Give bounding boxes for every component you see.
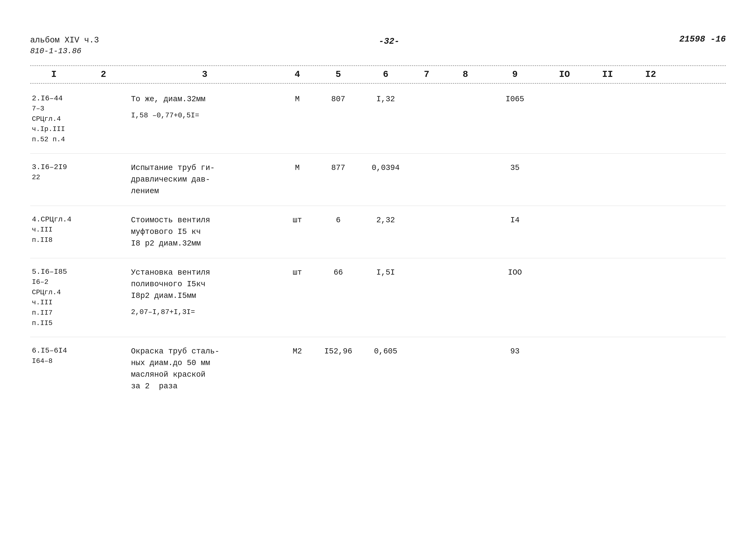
row3-col5: 877: [314, 162, 362, 174]
row2-col4: М: [280, 94, 314, 105]
row2-col9: I065: [487, 94, 543, 105]
row4-col9: I4: [487, 214, 543, 226]
col-header-8: 8: [444, 70, 487, 80]
main-table: I 2 3 4 5 6 7 8 9 IO II I2 2.I6–44 7–3СР…: [30, 66, 726, 401]
header-left: альбом XIV ч.3 810-1-13.86: [30, 35, 99, 57]
row6-col1: 6.I5–6I4 I64–8: [30, 346, 77, 366]
col-header-12: I2: [629, 70, 672, 80]
col-header-9: 9: [487, 70, 543, 80]
row2-col3: То же, диам.32мм I,58 –0,77+0,5I=: [129, 94, 280, 121]
row4-col4: шт: [280, 214, 314, 226]
row3-col6: 0,0394: [362, 162, 409, 174]
header-code: 810-1-13.86: [30, 46, 99, 57]
row6-col4: М2: [280, 346, 314, 357]
row6-col5: I52,96: [314, 346, 362, 357]
row4-col1: 4.СРЦгл.4 ч.IIIп.II8: [30, 214, 77, 245]
bottom-dashed-line: [30, 83, 726, 84]
row5-col4: шт: [280, 267, 314, 278]
col-header-2: 2: [77, 70, 129, 80]
table-row: 2.I6–44 7–3СРЦгл.4ч.Iр.IIIп.52 п.4 То же…: [30, 85, 726, 154]
col-header-3: 3: [129, 70, 280, 80]
row4-col6: 2,32: [362, 214, 409, 226]
table-row: 6.I5–6I4 I64–8 Окраска труб сталь- ных д…: [30, 337, 726, 401]
row2-col5: 807: [314, 94, 362, 105]
col-header-7: 7: [409, 70, 444, 80]
col-header-10: IO: [543, 70, 586, 80]
row4-col3: Стоимость вентиля муфтового I5 кч I8 р2 …: [129, 214, 280, 249]
header: альбом XIV ч.3 810-1-13.86 -32- 21598 -1…: [30, 35, 726, 57]
page: альбом XIV ч.3 810-1-13.86 -32- 21598 -1…: [0, 0, 756, 535]
top-dashed-line: [30, 66, 726, 66]
row5-col1: 5.I6–I85 I6–2СРЦгл.4ч.IIIп.II7п.II5: [30, 267, 77, 328]
col-header-5: 5: [314, 70, 362, 80]
row5-col6: I,5I: [362, 267, 409, 278]
row6-col6: 0,605: [362, 346, 409, 357]
row6-col9: 93: [487, 346, 543, 357]
row6-col3: Окраска труб сталь- ных диам.до 50 мм ма…: [129, 346, 280, 392]
row3-col1: 3.I6–2I9 22: [30, 162, 77, 183]
col-header-11: II: [586, 70, 629, 80]
table-row: 4.СРЦгл.4 ч.IIIп.II8 Стоимость вентиля м…: [30, 206, 726, 258]
row2-col6: I,32: [362, 94, 409, 105]
header-page-number: -32-: [99, 35, 679, 46]
column-headers-row: I 2 3 4 5 6 7 8 9 IO II I2: [30, 67, 726, 82]
header-doc-number: 21598 -16: [679, 35, 726, 44]
table-row: 5.I6–I85 I6–2СРЦгл.4ч.IIIп.II7п.II5 Уста…: [30, 258, 726, 337]
table-row: 3.I6–2I9 22 Испытание труб ги- дравличес…: [30, 154, 726, 206]
row4-col5: 6: [314, 214, 362, 226]
row5-col3: Установка вентиля поливочного I5кч I8р2 …: [129, 267, 280, 318]
row5-col5: 66: [314, 267, 362, 278]
row5-col9: IOO: [487, 267, 543, 278]
col-header-6: 6: [362, 70, 409, 80]
col-header-4: 4: [280, 70, 314, 80]
row3-col9: 35: [487, 162, 543, 174]
row2-col1: 2.I6–44 7–3СРЦгл.4ч.Iр.IIIп.52 п.4: [30, 94, 77, 145]
row3-col3: Испытание труб ги- дравлическим дав- лен…: [129, 162, 280, 197]
row3-col4: М: [280, 162, 314, 174]
header-album: альбом XIV ч.3: [30, 35, 99, 46]
col-header-1: I: [30, 70, 77, 80]
